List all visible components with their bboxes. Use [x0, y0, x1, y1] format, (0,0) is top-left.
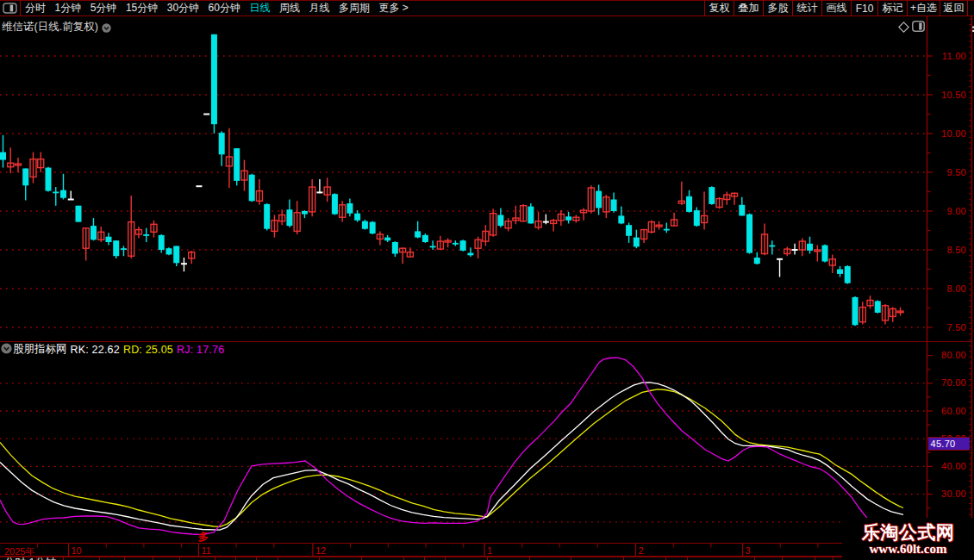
- watermark-title: 乐淘公式网: [862, 522, 955, 542]
- indicator-axis-label: 80.00: [936, 350, 966, 360]
- app-window: 分时1分钟5分钟15分钟30分钟60分钟日线周线月线多周期更多 > 复权叠加多股…: [0, 0, 974, 560]
- candle-body-doji: [203, 114, 209, 115]
- candlestick-chart[interactable]: [0, 0, 974, 560]
- price-label: 8.00: [936, 283, 966, 294]
- date-label-month: 10: [72, 545, 82, 556]
- candle-body-doji: [196, 185, 202, 187]
- price-label: 10.50: [936, 90, 966, 100]
- indicator-readout-rj: RJ: 17.76: [177, 344, 224, 356]
- indicator-line-RD: [0, 389, 903, 526]
- bottom-toolbar-clipped: 分时 1分钟: [0, 557, 974, 560]
- watermark-url: www.60lt.com: [870, 542, 947, 556]
- indicator-header: 股朋指标网 RK: 22.62 RD: 25.05 RJ: 17.76: [0, 343, 224, 356]
- price-label: 7.50: [936, 322, 966, 333]
- indicator-axis-label: 30.00: [936, 488, 966, 499]
- date-label-month: 3: [746, 545, 751, 556]
- price-label: 9.00: [936, 206, 966, 216]
- watermark: 乐淘公式网 www.60lt.com: [842, 518, 974, 560]
- date-label-month: 1: [487, 545, 492, 556]
- date-label-month: 11: [201, 545, 210, 556]
- indicator-readout-rd: RD: 25.05: [123, 344, 173, 356]
- price-label: 8.50: [936, 245, 966, 255]
- candles: [0, 34, 903, 326]
- buy-signal-label: 多: [198, 530, 209, 544]
- bottom-toolbar-text: 分时 1分钟: [4, 557, 56, 560]
- indicator-axis-label: 60.00: [936, 406, 966, 416]
- indicator-axis-label: 70.00: [936, 377, 966, 388]
- price-label: 10.00: [936, 128, 966, 139]
- indicator-line-RK: [0, 383, 903, 530]
- chevron-down-circle-icon[interactable]: [1, 342, 12, 358]
- date-label-month: 2: [639, 545, 644, 556]
- indicator-axis-label: 40.00: [936, 461, 966, 471]
- price-label: 11.00: [936, 51, 966, 61]
- indicator-name[interactable]: 股朋指标网: [13, 342, 67, 357]
- price-label: 9.50: [936, 167, 966, 177]
- indicator-value-badge: 45.70: [928, 437, 970, 451]
- date-label-month: 12: [315, 545, 326, 556]
- indicator-readout-rk: RK: 22.62: [71, 344, 120, 356]
